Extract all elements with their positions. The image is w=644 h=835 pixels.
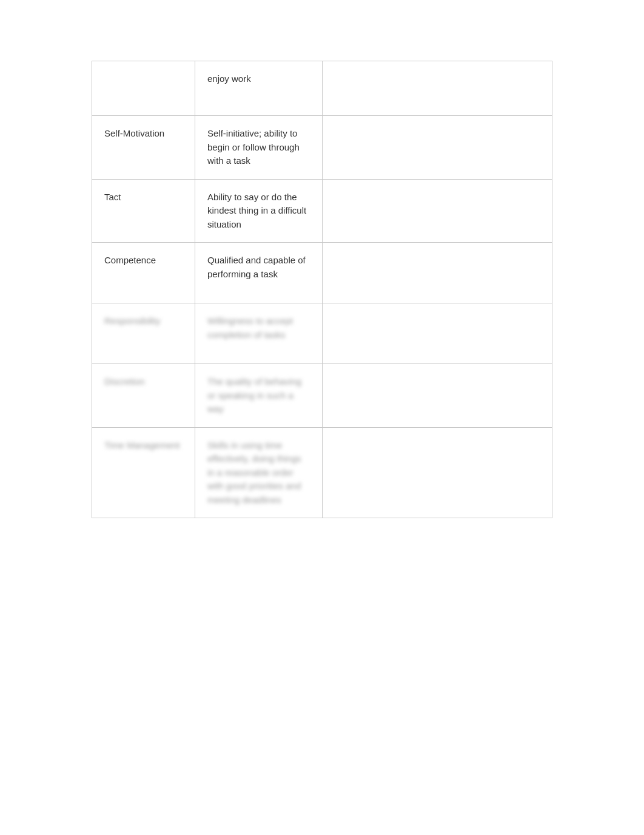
table-cell-col3 (323, 179, 552, 243)
table-cell-col3 (323, 116, 552, 180)
main-table: enjoy workSelf-MotivationSelf-initiative… (92, 61, 552, 518)
table-cell-col2: Ability to say or do the kindest thing i… (195, 179, 323, 243)
table-cell-col2: The quality of behaving or speaking in s… (195, 364, 323, 428)
table-cell-col2: enjoy work (195, 61, 323, 116)
table-cell-col3 (323, 61, 552, 116)
table-row: CompetenceQualified and capable of perfo… (92, 243, 552, 303)
table-row: Self-MotivationSelf-initiative; ability … (92, 116, 552, 180)
table-cell-col2: Qualified and capable of performing a ta… (195, 243, 323, 303)
table-cell-col1: Responsibility (92, 303, 195, 364)
table-row: DiscretionThe quality of behaving or spe… (92, 364, 552, 428)
table-cell-col3 (323, 427, 552, 518)
table-cell-col1: Time Management (92, 427, 195, 518)
table-wrapper: enjoy workSelf-MotivationSelf-initiative… (92, 61, 552, 518)
table-cell-col1: Self-Motivation (92, 116, 195, 180)
page-container: enjoy workSelf-MotivationSelf-initiative… (0, 0, 644, 835)
table-cell-col2: Self-initiative; ability to begin or fol… (195, 116, 323, 180)
table-row: ResponsibilityWillingness to accept comp… (92, 303, 552, 364)
table-row: TactAbility to say or do the kindest thi… (92, 179, 552, 243)
table-cell-col1 (92, 61, 195, 116)
table-cell-col1: Discretion (92, 364, 195, 428)
table-row: Time ManagementSkills in using time effe… (92, 427, 552, 518)
table-cell-col2: Willingness to accept completion of task… (195, 303, 323, 364)
table-cell-col3 (323, 364, 552, 428)
table-cell-col1: Tact (92, 179, 195, 243)
table-cell-col1: Competence (92, 243, 195, 303)
table-cell-col3 (323, 303, 552, 364)
table-row: enjoy work (92, 61, 552, 116)
table-cell-col3 (323, 243, 552, 303)
table-cell-col2: Skills in using time effectively, doing … (195, 427, 323, 518)
